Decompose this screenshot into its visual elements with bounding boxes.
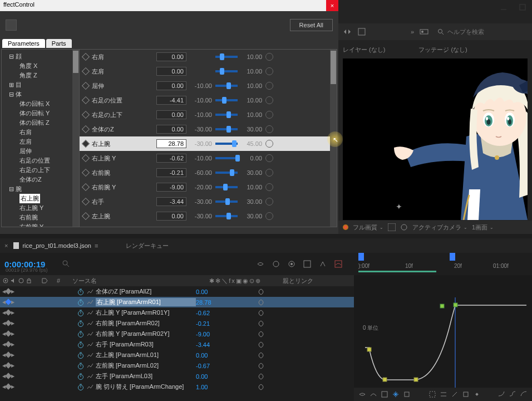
stopwatch-icon[interactable]: [77, 351, 85, 359]
param-scrollbar[interactable]: [330, 50, 337, 227]
param-reset-icon[interactable]: [265, 198, 273, 206]
param-row[interactable]: 右上腕 Y-0.62-10.000.00: [80, 151, 337, 165]
param-slider[interactable]: [215, 99, 238, 101]
time-ruler[interactable]: ):00f 10f 20f 01:00f: [354, 253, 532, 275]
param-value-input[interactable]: -4.41: [156, 96, 186, 105]
stopwatch-icon[interactable]: [77, 320, 85, 327]
keyframe-toggle-icon[interactable]: [82, 169, 90, 177]
camera-dropdown[interactable]: アクティブカメラ⌄: [412, 223, 467, 232]
help-search[interactable]: [434, 27, 528, 36]
ease-in-icon[interactable]: [497, 390, 505, 398]
param-reset-icon[interactable]: [265, 111, 273, 119]
tab-close-icon[interactable]: ×: [4, 242, 8, 249]
next-key-icon[interactable]: ▶: [11, 384, 14, 389]
keyframe-toggle-icon[interactable]: [82, 111, 90, 119]
snap-icon[interactable]: [343, 27, 352, 36]
tree-item[interactable]: 左肩: [4, 137, 77, 146]
keyframe-toggle-icon[interactable]: [82, 198, 90, 206]
graph-editor[interactable]: 0 単位: [354, 275, 532, 388]
next-key-icon[interactable]: ▶: [11, 310, 14, 315]
property-value[interactable]: -0.21: [196, 320, 224, 327]
auto-zoom-icon[interactable]: [392, 390, 400, 398]
expression-pickwhip-icon[interactable]: [257, 309, 265, 317]
tree-item[interactable]: 体の回転 Y: [4, 109, 77, 118]
param-slider[interactable]: [215, 56, 238, 58]
next-key-icon[interactable]: ▶: [11, 363, 14, 368]
keyframe-diamond-icon[interactable]: [5, 341, 11, 347]
param-slider[interactable]: [215, 172, 238, 174]
property-graph-icon[interactable]: [87, 299, 93, 306]
property-value[interactable]: -0.67: [196, 363, 224, 369]
stopwatch-icon[interactable]: [77, 309, 85, 317]
stopwatch-icon[interactable]: [77, 330, 85, 338]
param-reset-icon[interactable]: [265, 169, 273, 177]
selection-tool-icon[interactable]: [6, 19, 17, 31]
tree-item[interactable]: 体の回転 X: [4, 99, 77, 109]
param-slider[interactable]: [215, 186, 238, 188]
param-value-input[interactable]: -9.00: [156, 183, 186, 192]
keyframe-toggle-icon[interactable]: [82, 154, 90, 162]
expression-pickwhip-icon[interactable]: [257, 320, 265, 327]
param-value-input[interactable]: 0.00: [156, 52, 186, 61]
mask-icon[interactable]: [400, 223, 408, 231]
edit-icon[interactable]: [451, 390, 459, 398]
tree-item[interactable]: 右前腕 Y: [4, 222, 77, 227]
param-slider[interactable]: [215, 215, 238, 217]
preview-viewport[interactable]: ✦: [343, 58, 528, 220]
param-value-input[interactable]: 0.00: [156, 110, 186, 119]
chevron-right-icon[interactable]: »: [411, 28, 414, 35]
audio-icon[interactable]: [10, 277, 17, 284]
video-icon[interactable]: [2, 277, 9, 284]
param-row[interactable]: 右足の位置-4.41-10.0010.00: [80, 93, 337, 107]
next-key-icon[interactable]: ▶: [11, 289, 14, 294]
param-value-input[interactable]: 0.00: [156, 125, 186, 134]
stopwatch-icon[interactable]: [77, 383, 85, 391]
tree-item[interactable]: ⊟ 顔: [4, 52, 77, 61]
guides-icon[interactable]: [357, 27, 366, 36]
tree-item[interactable]: 右上腕: [19, 194, 40, 203]
tree-item[interactable]: 右前腕: [4, 213, 77, 222]
transform-icon[interactable]: [462, 390, 470, 398]
param-reset-icon[interactable]: [265, 140, 273, 148]
tree-item[interactable]: 右上腕 Y: [4, 203, 77, 213]
param-row[interactable]: 左上腕0.00-30.0030.00: [80, 209, 337, 223]
tab-parts[interactable]: Parts: [46, 39, 72, 48]
tree-item[interactable]: 全体のZ: [4, 175, 77, 184]
graph-editor-icon[interactable]: [303, 260, 312, 268]
snap-icon[interactable]: [381, 390, 388, 398]
stopwatch-icon[interactable]: [77, 288, 85, 296]
lock-icon[interactable]: [26, 277, 32, 284]
tree-item[interactable]: 右肩: [4, 128, 77, 137]
shy-icon[interactable]: [256, 260, 265, 268]
adjust-icon[interactable]: [420, 27, 428, 36]
param-slider[interactable]: [215, 200, 238, 203]
param-reset-icon[interactable]: [265, 53, 273, 61]
param-reset-icon[interactable]: [265, 154, 273, 162]
motion-blur-icon[interactable]: [287, 260, 296, 268]
playhead[interactable]: [358, 253, 364, 261]
expression-pickwhip-icon[interactable]: [257, 341, 265, 349]
tree-item[interactable]: ⊞ 目: [4, 80, 77, 90]
expression-pickwhip-icon[interactable]: [257, 288, 265, 296]
param-slider[interactable]: [215, 128, 238, 130]
tree-item[interactable]: 体の回転 Z: [4, 118, 77, 128]
keyframe-icon[interactable]: [473, 390, 481, 398]
source-name-column[interactable]: ソース名: [69, 277, 100, 285]
keyframe-diamond-icon[interactable]: [5, 351, 11, 358]
render-queue-tab[interactable]: レンダーキュー: [126, 242, 169, 250]
param-value-input[interactable]: 0.00: [156, 81, 186, 90]
eye-icon[interactable]: [358, 390, 366, 398]
close-button[interactable]: ×: [326, 0, 338, 11]
param-slider[interactable]: [215, 143, 238, 145]
expression-pickwhip-icon[interactable]: [257, 373, 265, 380]
next-key-icon[interactable]: ▶: [11, 342, 14, 347]
keyframe-toggle-icon[interactable]: [82, 53, 90, 61]
property-graph-icon[interactable]: [87, 331, 93, 338]
param-reset-icon[interactable]: [265, 82, 273, 90]
brainstorm-icon[interactable]: [318, 260, 327, 268]
keyframe-toggle-icon[interactable]: [82, 183, 90, 191]
keyframe-toggle-icon[interactable]: [82, 140, 90, 148]
property-graph-icon[interactable]: [87, 352, 93, 359]
param-slider[interactable]: [215, 114, 238, 116]
param-row[interactable]: 右肩0.0010.00: [80, 50, 337, 64]
